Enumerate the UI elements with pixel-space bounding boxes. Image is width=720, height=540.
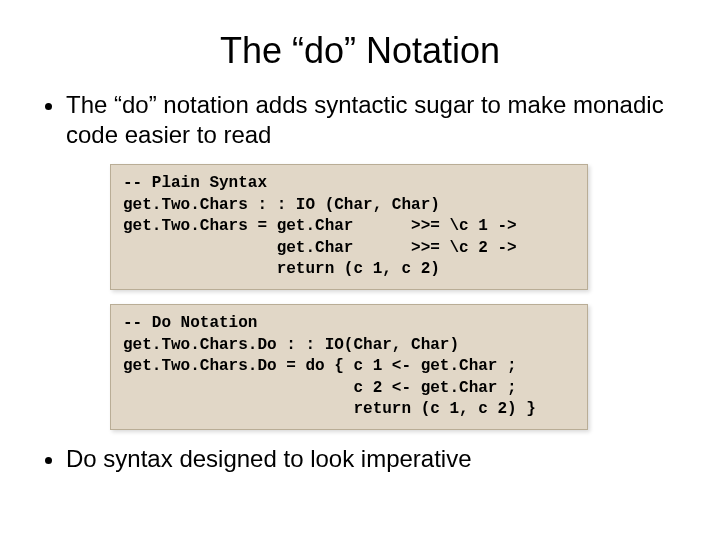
bullet-list-bottom: Do syntax designed to look imperative	[40, 444, 680, 474]
slide: The “do” Notation The “do” notation adds…	[0, 0, 720, 540]
bullet-item-intro: The “do” notation adds syntactic sugar t…	[66, 90, 680, 150]
slide-title: The “do” Notation	[40, 30, 680, 72]
bullet-list-top: The “do” notation adds syntactic sugar t…	[40, 90, 680, 150]
code-block-do-notation: -- Do Notation get.Two.Chars.Do : : IO(C…	[110, 304, 588, 430]
code-block-plain-syntax: -- Plain Syntax get.Two.Chars : : IO (Ch…	[110, 164, 588, 290]
bullet-item-conclusion: Do syntax designed to look imperative	[66, 444, 680, 474]
